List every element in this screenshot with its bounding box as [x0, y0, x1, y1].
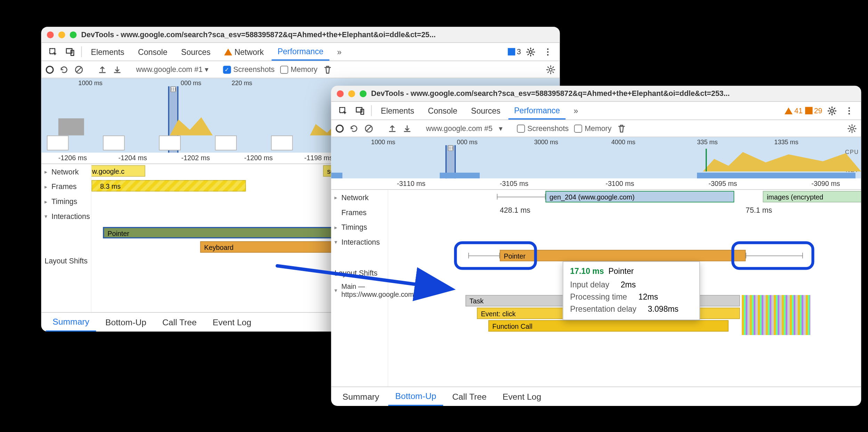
main-fn[interactable]: Function Call [488, 320, 729, 332]
download-icon[interactable] [403, 124, 412, 133]
memory-checkbox[interactable]: Memory [574, 124, 611, 133]
tab-more[interactable]: » [331, 43, 347, 60]
svg-point-5 [547, 51, 549, 52]
track-layout: Layout Shifts [331, 265, 388, 280]
traffic-lights [47, 31, 77, 38]
trash-icon[interactable] [323, 65, 332, 74]
warnings-badge[interactable]: 41 [785, 102, 803, 120]
message-icon [508, 48, 515, 55]
tab-elements[interactable]: Elements [85, 43, 130, 60]
record-icon[interactable] [336, 124, 344, 132]
zoom-icon[interactable] [360, 90, 367, 97]
btab-bottomup[interactable]: Bottom-Up [388, 387, 443, 406]
clear-icon[interactable] [74, 65, 83, 74]
filmstrip-thumb[interactable] [159, 136, 181, 150]
tick: -3110 ms [397, 180, 425, 188]
issues-count: 3 [517, 48, 521, 56]
svg-point-8 [549, 68, 552, 71]
upload-icon[interactable] [388, 124, 397, 133]
tick: 1335 ms [774, 138, 798, 145]
zoom-icon[interactable] [70, 31, 77, 38]
btab-eventlog[interactable]: Event Log [496, 387, 548, 406]
tab-performance[interactable]: Performance [272, 43, 329, 60]
close-icon[interactable] [337, 90, 344, 97]
track-frames: Frames [331, 205, 388, 220]
screenshots-checkbox[interactable]: ✓Screenshots [223, 65, 274, 74]
tick: -3105 ms [500, 180, 528, 188]
upload-icon[interactable] [98, 65, 107, 74]
download-icon[interactable] [113, 65, 122, 74]
network-item[interactable]: w.google.c [91, 165, 145, 177]
whisker [746, 255, 803, 256]
gear-icon[interactable] [523, 43, 538, 60]
screenshots-checkbox[interactable]: Screenshots [517, 124, 568, 133]
minimize-icon[interactable] [58, 31, 65, 38]
svg-point-3 [529, 50, 532, 53]
track-interactions: Interactions [41, 209, 91, 223]
flame-tracks: Network Frames Timings Interactions Layo… [331, 190, 861, 386]
issues-badge[interactable]: 3 [508, 43, 521, 60]
tab-console[interactable]: Console [422, 102, 463, 120]
issues-badge[interactable]: 29 [805, 102, 822, 120]
kebab-icon[interactable] [541, 43, 555, 60]
reload-icon[interactable] [349, 124, 358, 133]
tab-network[interactable]: Network [219, 43, 270, 60]
filmstrip-thumb[interactable] [103, 136, 125, 150]
recording-name: www.google.com #1 [136, 65, 203, 74]
kebab-icon[interactable] [842, 102, 857, 120]
gear-icon[interactable] [546, 65, 555, 74]
titlebar[interactable]: DevTools - www.google.com/search?sca_esv… [331, 86, 861, 102]
window-title: DevTools - www.google.com/search?sca_esv… [371, 89, 730, 98]
trash-icon[interactable] [617, 124, 626, 133]
track-network: Network [331, 190, 388, 205]
network-item[interactable]: gen_204 (www.google.com) [545, 191, 734, 202]
titlebar[interactable]: DevTools - www.google.com/search?sca_esv… [41, 27, 560, 43]
btab-calltree[interactable]: Call Tree [155, 313, 203, 332]
warning-icon [785, 107, 793, 114]
tab-sources[interactable]: Sources [176, 43, 216, 60]
tick: 4000 ms [611, 138, 635, 145]
device-toggle-icon[interactable] [353, 102, 368, 120]
filmstrip-thumb[interactable] [215, 136, 237, 150]
btab-bottomup[interactable]: Bottom-Up [98, 313, 153, 332]
btab-summary[interactable]: Summary [336, 387, 386, 406]
network-item[interactable]: images (encrypted [763, 191, 861, 202]
btab-calltree[interactable]: Call Tree [445, 387, 493, 406]
tick: -1206 ms [58, 154, 87, 162]
filmstrip-thumb[interactable] [271, 136, 293, 150]
tab-sources[interactable]: Sources [465, 102, 506, 120]
btab-summary[interactable]: Summary [46, 313, 96, 332]
minimize-icon[interactable] [348, 90, 355, 97]
tab-more[interactable]: » [568, 102, 584, 120]
flame-stripes[interactable] [742, 295, 810, 335]
btab-eventlog[interactable]: Event Log [206, 313, 258, 332]
time-ruler[interactable]: -3110 ms -3105 ms -3100 ms -3095 ms -309… [331, 178, 861, 190]
tick: 000 ms [457, 138, 477, 145]
warn-count: 41 [794, 106, 803, 115]
inspect-icon[interactable] [46, 43, 61, 60]
record-icon[interactable] [46, 65, 54, 73]
tick: 220 ms [232, 80, 252, 87]
tab-network-label: Network [234, 47, 263, 56]
tab-performance[interactable]: Performance [509, 102, 566, 120]
clear-icon[interactable] [364, 124, 373, 133]
interaction-pointer[interactable]: Pointer [500, 250, 746, 261]
overview-timeline[interactable]: 1000 ms 000 ms 3000 ms 4000 ms 335 ms 13… [331, 137, 861, 178]
tick: -1198 ms [304, 154, 333, 162]
inspect-icon[interactable] [336, 102, 351, 120]
gear-icon[interactable] [847, 124, 857, 133]
recording-select[interactable]: www.google.com #1 ▾ [136, 65, 209, 74]
frame-bar[interactable]: 8.3 ms [91, 180, 246, 191]
reload-icon[interactable] [59, 65, 68, 74]
perf-toolbar: www.google.com #1 ▾ ✓Screenshots Memory [41, 61, 560, 78]
filmstrip-thumb[interactable] [47, 136, 69, 150]
memory-checkbox[interactable]: Memory [280, 65, 317, 74]
gear-icon[interactable] [825, 102, 839, 120]
tab-console[interactable]: Console [132, 43, 173, 60]
device-toggle-icon[interactable] [63, 43, 78, 60]
tab-elements[interactable]: Elements [375, 102, 420, 120]
close-icon[interactable] [47, 31, 54, 38]
tick: -3090 ms [811, 180, 840, 188]
flame-content[interactable]: gen_204 (www.google.com) images (encrypt… [388, 190, 861, 386]
recording-select[interactable]: www.google.com #5 ▾ [426, 124, 503, 133]
